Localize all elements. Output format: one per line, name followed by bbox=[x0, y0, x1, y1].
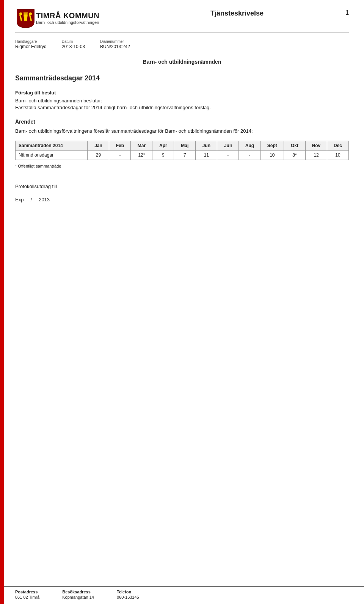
besoksadress-value: Köpmangatan 14 bbox=[62, 595, 94, 599]
svg-point-0 bbox=[19, 13, 22, 15]
row-cell: 9 bbox=[152, 150, 174, 160]
header: TIMRÅ KOMMUN Barn- och utbildningsförval… bbox=[15, 8, 349, 33]
exp-label: Exp bbox=[15, 197, 24, 202]
col-aug: Aug bbox=[239, 141, 260, 150]
forslag-beslut: Barn- och utbildningsnämnden beslutar: bbox=[15, 98, 102, 104]
col-jun: Jun bbox=[196, 141, 217, 150]
col-nov: Nov bbox=[305, 141, 327, 150]
footer-besoksadress: Besöksadress Köpmangatan 14 bbox=[62, 590, 94, 599]
telefon-label: Telefon bbox=[117, 590, 139, 594]
forslag-body: Fastställa sammanträdesdagar för 2014 en… bbox=[15, 105, 211, 110]
postadress-value: 861 82 Timrå bbox=[15, 595, 39, 599]
datum-label: Datum bbox=[62, 39, 85, 44]
footer-telefon: Telefon 060-163145 bbox=[117, 590, 139, 599]
table-row: Nämnd onsdagar29-12*9711--108*1210 bbox=[16, 150, 349, 160]
arendet-text: Barn- och utbildningsförvaltningens före… bbox=[15, 128, 349, 135]
svg-rect-3 bbox=[24, 14, 27, 15]
forslag-title: Förslag till beslut bbox=[15, 90, 349, 96]
forslag-text: Barn- och utbildningsnämnden beslutar: F… bbox=[15, 97, 349, 111]
footer-postadress: Postadress 861 82 Timrå bbox=[15, 590, 39, 599]
diarienummer-item: Diarienummer BUN/2013:242 bbox=[100, 39, 130, 49]
exp-line: Exp / 2013 bbox=[15, 197, 349, 202]
org-name: TIMRÅ KOMMUN bbox=[36, 11, 99, 20]
row-cell: 10 bbox=[260, 150, 284, 160]
handlaggare-label: Handläggare bbox=[15, 39, 47, 44]
page-number: 1 bbox=[345, 9, 349, 16]
row-cell: 7 bbox=[174, 150, 196, 160]
meta-row: Handläggare Rigmor Edelryd Datum 2013-10… bbox=[15, 36, 349, 55]
doc-title-section: Tjänsteskrivelse bbox=[148, 8, 326, 17]
doc-title: Tjänsteskrivelse bbox=[210, 9, 264, 17]
row-cell: 29 bbox=[88, 150, 109, 160]
page: TIMRÅ KOMMUN Barn- och utbildningsförval… bbox=[0, 0, 364, 604]
red-accent-bar bbox=[0, 0, 4, 604]
logo-text: TIMRÅ KOMMUN Barn- och utbildningsförval… bbox=[36, 11, 99, 25]
meeting-table: Sammanträden 2014 Jan Feb Mar Apr Maj Ju… bbox=[15, 141, 349, 160]
recipient-line: Barn- och utbildningsnämnden bbox=[15, 59, 349, 65]
table-header-row: Sammanträden 2014 Jan Feb Mar Apr Maj Ju… bbox=[16, 141, 349, 150]
row-cell: 12 bbox=[305, 150, 327, 160]
logo-section: TIMRÅ KOMMUN Barn- och utbildningsförval… bbox=[15, 8, 148, 28]
footer: Postadress 861 82 Timrå Besöksadress Köp… bbox=[4, 586, 364, 604]
row-cell: 8* bbox=[284, 150, 305, 160]
col-maj: Maj bbox=[174, 141, 196, 150]
logo-icon bbox=[15, 8, 36, 28]
row-cell: 12* bbox=[131, 150, 152, 160]
col-apr: Apr bbox=[152, 141, 174, 150]
row-cell: 10 bbox=[327, 150, 348, 160]
org-subtitle: Barn- och utbildningsförvaltningen bbox=[36, 20, 99, 25]
footnote: * Offentligt sammanträde bbox=[15, 164, 349, 168]
diarienummer-label: Diarienummer bbox=[100, 39, 130, 44]
col-juli: Juli bbox=[217, 141, 239, 150]
col-feb: Feb bbox=[109, 141, 131, 150]
col-label: Sammanträden 2014 bbox=[16, 141, 88, 150]
arendet-title: Ärendet bbox=[15, 119, 349, 125]
exp-value: 2013 bbox=[39, 197, 50, 202]
handlaggare-item: Handläggare Rigmor Edelryd bbox=[15, 39, 47, 49]
row-cell: 11 bbox=[196, 150, 217, 160]
col-okt: Okt bbox=[284, 141, 305, 150]
row-cell: - bbox=[217, 150, 239, 160]
svg-point-1 bbox=[29, 13, 32, 15]
col-mar: Mar bbox=[131, 141, 152, 150]
row-cell: - bbox=[109, 150, 131, 160]
protokoll-line: Protokollsutdrag till bbox=[15, 184, 349, 189]
row-cell: - bbox=[239, 150, 260, 160]
exp-separator: / bbox=[30, 197, 32, 202]
col-sept: Sept bbox=[260, 141, 284, 150]
col-dec: Dec bbox=[327, 141, 348, 150]
recipient-text: Barn- och utbildningsnämnden bbox=[143, 59, 221, 65]
telefon-value: 060-163145 bbox=[117, 595, 139, 599]
besoksadress-label: Besöksadress bbox=[62, 590, 94, 594]
svg-rect-2 bbox=[24, 13, 28, 14]
col-jan: Jan bbox=[88, 141, 109, 150]
row-label: Nämnd onsdagar bbox=[16, 150, 88, 160]
postadress-label: Postadress bbox=[15, 590, 39, 594]
datum-value: 2013-10-03 bbox=[62, 44, 85, 49]
page-number-section: 1 bbox=[326, 8, 349, 16]
handlaggare-value: Rigmor Edelryd bbox=[15, 44, 47, 49]
diarienummer-value: BUN/2013:242 bbox=[100, 44, 130, 49]
datum-item: Datum 2013-10-03 bbox=[62, 39, 85, 49]
main-content: Barn- och utbildningsnämnden Sammanträde… bbox=[15, 55, 349, 214]
section-title: Sammanträdesdagar 2014 bbox=[15, 74, 349, 82]
